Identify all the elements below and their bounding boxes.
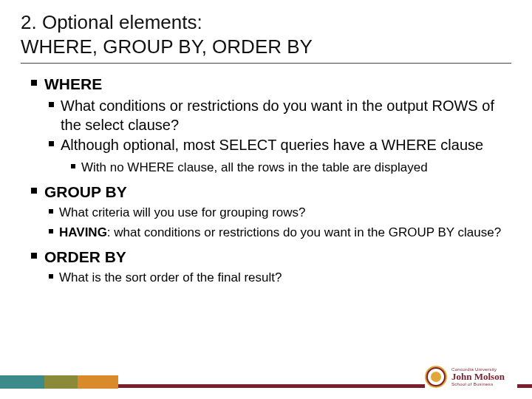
slide-title: 2. Optional elements: WHERE, GROUP BY, O… — [21, 10, 511, 64]
bullet-text: What conditions or restrictions do you w… — [61, 97, 511, 134]
logo-text: Concordia University John Molson School … — [451, 367, 505, 386]
bullet-text: GROUP BY — [44, 182, 127, 202]
bullet-icon — [71, 164, 75, 168]
bullet-groupby: GROUP BY — [31, 182, 511, 202]
bullet-text: HAVING: what conditions or restrictions … — [59, 225, 501, 241]
bullet-icon — [49, 229, 53, 233]
logo-icon — [425, 366, 447, 388]
bullet-groupby-sub1: What criteria will you use for grouping … — [49, 205, 511, 221]
bullet-groupby-sub2: HAVING: what conditions or restrictions … — [49, 225, 511, 241]
accent-olive — [44, 375, 78, 389]
bullet-icon — [49, 274, 53, 279]
bullet-icon — [31, 253, 37, 259]
bullet-where-sub1: What conditions or restrictions do you w… — [49, 97, 511, 134]
bullet-orderby-sub1: What is the sort order of the final resu… — [49, 270, 511, 286]
having-label: HAVING — [59, 225, 107, 239]
bullet-icon — [31, 80, 37, 86]
bullet-text: WHERE — [44, 74, 102, 94]
accent-teal — [0, 375, 44, 389]
bullet-text: What criteria will you use for grouping … — [59, 205, 306, 221]
logo: Concordia University John Molson School … — [425, 361, 517, 393]
bullet-text: What is the sort order of the final resu… — [59, 270, 282, 286]
bullet-icon — [49, 141, 54, 146]
bullet-where: WHERE — [31, 74, 511, 94]
bullet-text: ORDER BY — [44, 247, 126, 267]
bullet-where-sub2-sub1: With no WHERE clause, all the rows in th… — [71, 160, 511, 176]
bullet-icon — [31, 188, 37, 194]
logo-name: John Molson — [451, 372, 505, 381]
accent-orange — [78, 375, 118, 389]
content-list: WHERE What conditions or restrictions do… — [21, 74, 511, 286]
bullet-text: Although optional, most SELECT queries h… — [61, 136, 483, 155]
bullet-icon — [49, 102, 54, 107]
logo-school: School of Business — [451, 382, 505, 386]
bullet-icon — [49, 209, 53, 214]
bullet-orderby: ORDER BY — [31, 247, 511, 267]
bullet-text: With no WHERE clause, all the rows in th… — [81, 160, 428, 176]
bullet-where-sub2: Although optional, most SELECT queries h… — [49, 136, 511, 155]
having-rest: : what conditions or restrictions do you… — [107, 225, 501, 239]
slide: 2. Optional elements: WHERE, GROUP BY, O… — [0, 0, 532, 399]
